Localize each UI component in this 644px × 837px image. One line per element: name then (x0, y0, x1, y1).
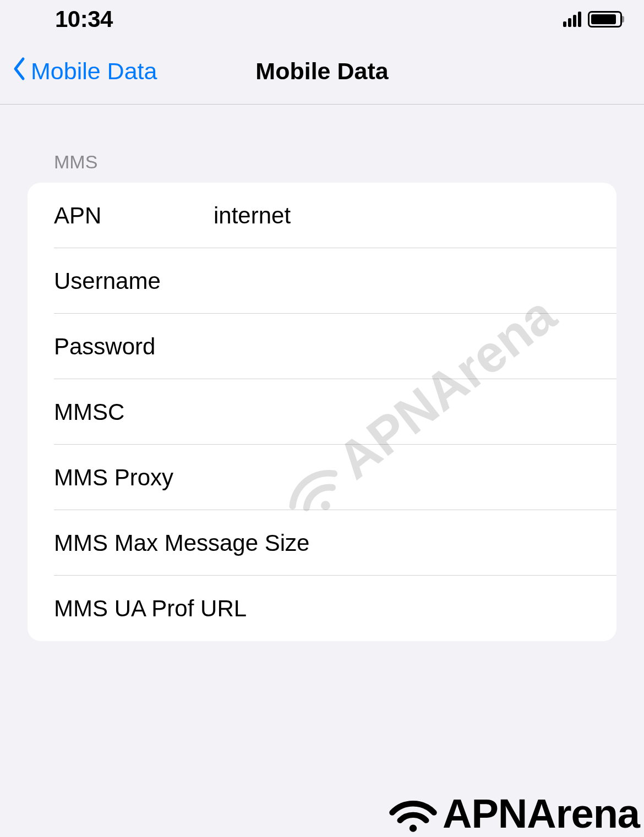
row-label: Username (54, 268, 214, 294)
svg-point-1 (410, 824, 417, 831)
row-mms-ua-prof-url[interactable]: MMS UA Prof URL (28, 576, 616, 641)
mms-proxy-field[interactable] (214, 464, 616, 491)
battery-icon (588, 11, 622, 28)
row-label: MMSC (54, 399, 214, 425)
section-header-mms: MMS (54, 151, 616, 173)
status-indicators (563, 11, 622, 28)
page-title: Mobile Data (255, 58, 388, 85)
footer-brand-text: APNArena (443, 790, 640, 837)
cellular-signal-icon (563, 12, 581, 27)
row-apn[interactable]: APN (28, 183, 616, 248)
row-label: MMS Proxy (54, 464, 214, 491)
footer-brand: APNArena (387, 790, 640, 837)
row-mms-proxy[interactable]: MMS Proxy (28, 445, 616, 510)
back-button[interactable]: Mobile Data (0, 57, 157, 86)
back-button-label: Mobile Data (31, 58, 157, 85)
row-label: MMS Max Message Size (54, 530, 309, 556)
mms-ua-prof-url-field[interactable] (247, 595, 616, 622)
password-field[interactable] (214, 333, 616, 360)
row-password[interactable]: Password (28, 314, 616, 379)
apn-field[interactable] (214, 203, 616, 229)
row-username[interactable]: Username (28, 248, 616, 314)
row-label: APN (54, 203, 214, 229)
status-bar: 10:34 (0, 0, 644, 39)
row-label: MMS UA Prof URL (54, 595, 247, 622)
row-label: Password (54, 333, 214, 360)
row-mmsc[interactable]: MMSC (28, 379, 616, 445)
nav-bar: Mobile Data Mobile Data (0, 39, 644, 105)
mms-settings-table: APN Username Password MMSC MMS Proxy MMS… (28, 183, 616, 641)
chevron-left-icon (12, 57, 26, 86)
wifi-icon (387, 794, 439, 834)
status-time: 10:34 (55, 6, 113, 32)
content: MMS APN Username Password MMSC MMS Proxy… (0, 151, 644, 641)
username-field[interactable] (214, 268, 616, 294)
mmsc-field[interactable] (214, 399, 616, 425)
mms-max-message-size-field[interactable] (309, 530, 616, 556)
row-mms-max-message-size[interactable]: MMS Max Message Size (28, 510, 616, 576)
